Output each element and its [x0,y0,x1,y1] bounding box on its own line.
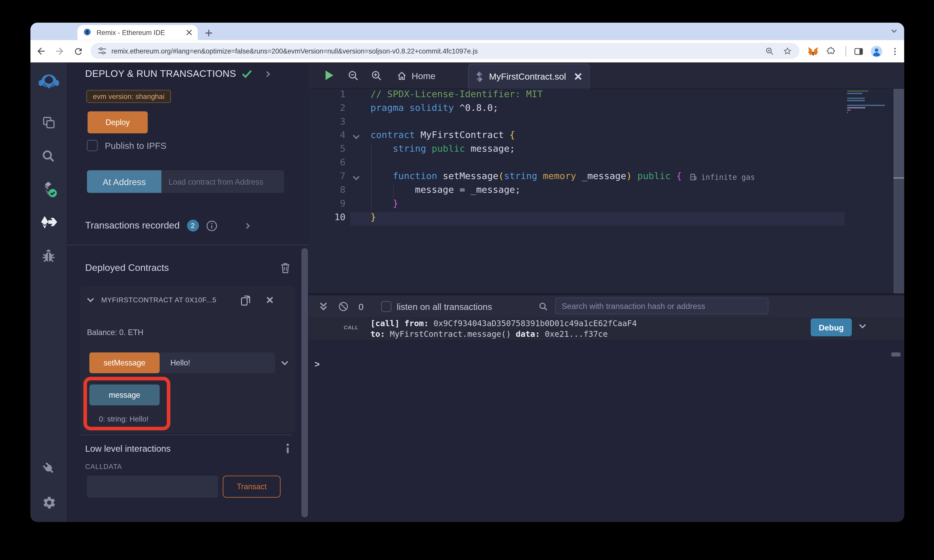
run-script-play-icon[interactable] [325,70,334,81]
code-token: string [393,143,426,154]
code-token: { [509,130,515,140]
page-zoom-icon[interactable] [765,46,774,56]
set-message-input[interactable] [160,352,275,373]
minimap-line [847,93,863,94]
code-token: { [677,171,682,182]
low-level-info-icon[interactable] [285,443,290,454]
editor-scrollbar-divider [893,177,904,178]
minimap-line [847,107,865,108]
publish-ipfs-checkbox[interactable] [87,140,98,151]
remix-logo-icon[interactable] [38,72,59,93]
set-message-button[interactable]: setMessage [89,352,160,373]
code-token [671,171,677,182]
home-icon [397,71,407,81]
terminal-corner-handle[interactable] [891,352,901,356]
code-line[interactable]: } [371,198,398,212]
contract-instance-header[interactable]: MYFIRSTCONTRACT AT 0X10F...5 [80,292,296,308]
transact-button[interactable]: Transact [223,475,281,498]
code-editor[interactable]: 12345678910 // SPDX-License-Identifier: … [308,89,904,294]
zoom-out-icon[interactable] [348,70,359,81]
terminal-body[interactable]: CALL [call] from: 0x9Cf934043aD350758391… [308,317,904,522]
browser-toolbar: remix.ethereum.org/#lang=en&optimize=fal… [31,40,904,62]
terminal-collapse-icon[interactable] [319,302,328,311]
transactions-info-icon[interactable] [206,220,217,231]
instance-collapse-chevron-icon[interactable] [87,295,94,302]
tab-search-chevron-icon[interactable] [890,27,898,35]
terminal-search-input[interactable] [555,297,768,314]
terminal-log-block[interactable]: CALL [call] from: 0x9Cf934043aD350758391… [308,317,904,340]
tab-close-icon[interactable] [186,29,193,36]
line-number[interactable]: 4 [308,130,346,143]
editor-scrollbar-track[interactable] [893,178,904,294]
listen-all-checkbox[interactable] [381,301,391,311]
bookmark-star-icon[interactable] [783,46,792,56]
code-line[interactable]: contract MyFirstContract { [371,130,515,143]
fold-chevron-icon[interactable] [353,132,360,139]
code-line[interactable]: message = _message; [371,185,521,198]
code-token: MyFirstContract [421,130,509,140]
search-icon[interactable] [38,145,59,167]
panel-scrollbar[interactable] [302,248,308,517]
terminal-search-icon [539,302,548,311]
site-settings-icon[interactable] [98,46,106,55]
at-address-input[interactable] [162,170,284,193]
side-panel-toggle-icon[interactable] [852,45,865,58]
forward-icon[interactable] [53,45,66,58]
line-number[interactable]: 8 [308,185,346,198]
line-number[interactable]: 10 [308,212,346,226]
log-text: 0x9Cf934043aD350758391b0D01c49a1cE62fCaa… [428,318,637,328]
code-token: contract [371,130,421,140]
line-number[interactable]: 6 [308,157,346,171]
calldata-input[interactable] [87,475,218,498]
plugin-manager-icon[interactable] [38,457,59,478]
debugger-bug-icon[interactable] [38,245,59,266]
settings-gear-icon[interactable] [38,492,59,513]
file-explorer-icon[interactable] [38,112,59,133]
line-number[interactable]: 7 [308,171,346,185]
file-tab-myfirstcontract[interactable]: MyFirstContract.sol [468,64,590,89]
reload-icon[interactable] [72,45,85,58]
fold-chevron-icon[interactable] [353,174,360,180]
code-line[interactable]: string public message; [371,143,515,157]
remix-app: DEPLOY & RUN TRANSACTIONS evm version: s… [31,62,904,522]
code-line[interactable]: // SPDX-License-Identifier: MIT [371,89,543,103]
minimap[interactable] [845,89,893,267]
line-number[interactable]: 1 [308,89,346,103]
code-line[interactable]: pragma solidity ^0.8.0; [371,103,498,116]
line-number[interactable]: 2 [308,103,346,116]
deploy-run-icon[interactable] [38,212,59,233]
clear-console-icon[interactable] [338,301,348,311]
browser-tab[interactable]: Remix - Ethereum IDE [77,25,198,40]
file-tab-close-icon[interactable] [574,72,582,80]
log-expand-chevron-icon[interactable] [859,322,866,328]
minimap-line [847,98,865,99]
url-bar[interactable]: remix.ethereum.org/#lang=en&optimize=fal… [91,43,800,59]
line-number[interactable]: 9 [308,198,346,212]
terminal-resize-handle[interactable] [308,294,904,295]
deploy-button[interactable]: Deploy [88,111,148,134]
copy-address-icon[interactable] [240,294,251,306]
new-tab-button[interactable] [202,26,215,39]
code-line[interactable]: function setMessage(string memory _messa… [371,171,682,185]
browser-menu-icon[interactable] [888,45,901,58]
metamask-icon[interactable] [807,45,820,58]
debug-button[interactable]: Debug [811,318,852,336]
profile-avatar[interactable] [870,45,883,58]
extensions-puzzle-icon[interactable] [825,45,838,58]
line-number[interactable]: 3 [308,116,346,130]
editor-scrollbar-thumb[interactable] [893,89,904,178]
transactions-expand-chevron-icon[interactable] [244,223,250,229]
at-address-button[interactable]: At Address [87,170,162,193]
code-line[interactable]: } [371,212,376,226]
low-level-header: Low level interactions [85,443,290,454]
expand-args-chevron-icon[interactable] [282,358,288,365]
solidity-compiler-icon[interactable] [38,178,59,200]
panel-expand-chevron-icon[interactable] [265,71,270,77]
clear-instances-trash-icon[interactable] [281,263,290,273]
line-number[interactable]: 5 [308,143,346,157]
remove-instance-icon[interactable] [266,297,273,304]
home-tab[interactable]: Home [397,62,436,89]
low-level-title: Low level interactions [85,443,171,454]
back-icon[interactable] [34,45,48,58]
zoom-in-icon[interactable] [371,70,382,81]
